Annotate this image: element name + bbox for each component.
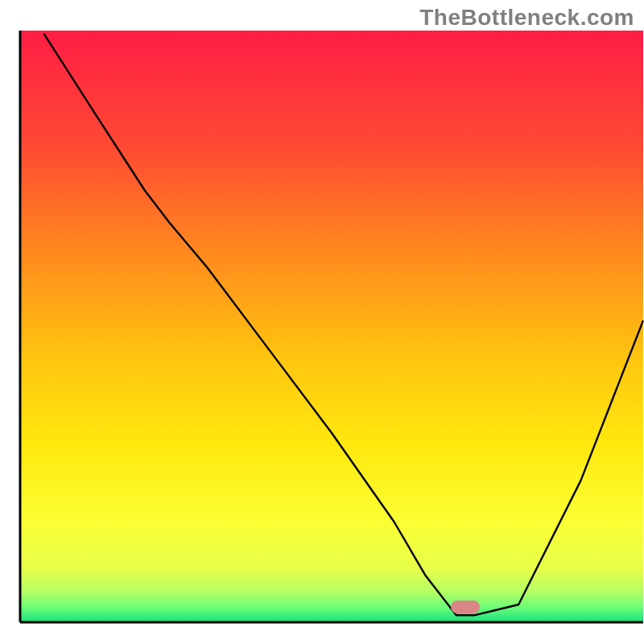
chart-container: TheBottleneck.com (0, 0, 644, 644)
plot-background (20, 31, 643, 622)
watermark-text: TheBottleneck.com (419, 5, 634, 31)
chart-plot (0, 0, 644, 644)
optimum-marker (451, 601, 480, 613)
